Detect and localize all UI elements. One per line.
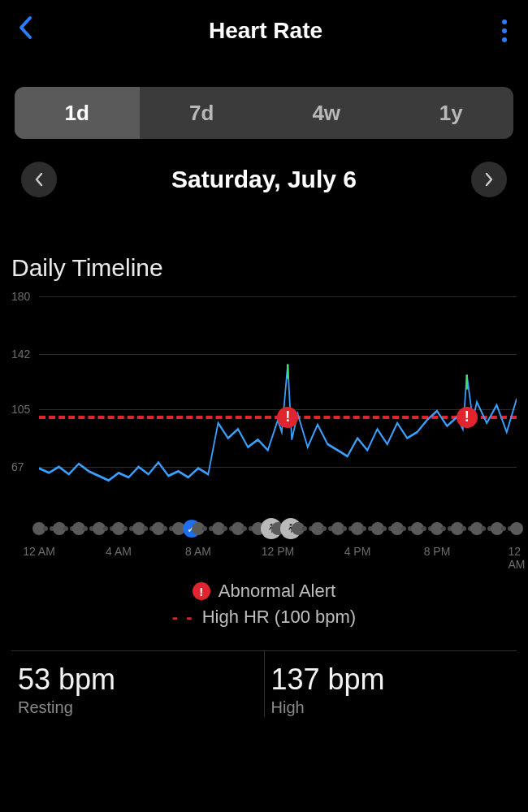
y-tick: 105 bbox=[11, 403, 30, 416]
date-navigator: Saturday, July 6 bbox=[21, 162, 507, 197]
sub-hour-marker bbox=[322, 526, 327, 531]
sub-hour-marker bbox=[43, 526, 48, 531]
x-axis-labels: 12 AM4 AM8 AM12 PM4 PM8 PM12 AM bbox=[39, 545, 517, 561]
sub-hour-marker bbox=[461, 526, 466, 531]
sub-hour-marker bbox=[63, 526, 68, 531]
y-tick: 180 bbox=[11, 290, 30, 303]
page-title: Heart Rate bbox=[209, 18, 322, 44]
abnormal-alert-icon: ! bbox=[457, 407, 478, 428]
tab-1d[interactable]: 1d bbox=[15, 87, 140, 139]
sub-hour-marker bbox=[103, 526, 108, 531]
abnormal-alert-icon: ! bbox=[277, 407, 298, 428]
x-tick: 4 PM bbox=[344, 545, 371, 558]
y-tick: 142 bbox=[11, 348, 30, 361]
sub-hour-marker bbox=[481, 526, 486, 531]
sub-hour-marker bbox=[143, 526, 148, 531]
resting-label: Resting bbox=[18, 698, 258, 717]
high-value: 137 bpm bbox=[271, 663, 511, 697]
x-tick: 4 AM bbox=[106, 545, 132, 558]
x-tick: 12 AM bbox=[509, 545, 526, 571]
alert-icon: ! bbox=[193, 582, 210, 600]
sub-hour-marker bbox=[242, 526, 247, 531]
sub-hour-marker bbox=[202, 526, 207, 531]
sub-hour-marker bbox=[162, 526, 167, 531]
tab-1y[interactable]: 1y bbox=[389, 87, 514, 139]
header: Heart Rate bbox=[0, 0, 528, 54]
more-menu-button[interactable] bbox=[499, 16, 510, 45]
x-tick: 8 PM bbox=[424, 545, 451, 558]
legend-abnormal-label: Abnormal Alert bbox=[219, 581, 335, 602]
next-day-button[interactable] bbox=[471, 162, 507, 197]
x-tick: 8 AM bbox=[185, 545, 211, 558]
back-button[interactable] bbox=[18, 15, 32, 46]
prev-day-button[interactable] bbox=[21, 162, 57, 197]
sub-hour-marker bbox=[501, 526, 506, 531]
hour-marker bbox=[510, 522, 523, 535]
high-label: High bbox=[271, 698, 511, 717]
time-range-tabs: 1d 7d 4w 1y bbox=[15, 87, 513, 139]
high-stat: 137 bpm High bbox=[264, 651, 517, 717]
sub-hour-marker bbox=[223, 526, 227, 531]
sub-hour-marker bbox=[302, 526, 307, 531]
chart-legend: ! Abnormal Alert - - High HR (100 bpm) bbox=[0, 581, 528, 628]
sub-hour-marker bbox=[382, 526, 387, 531]
sub-hour-marker bbox=[83, 526, 88, 531]
x-tick: 12 PM bbox=[262, 545, 294, 558]
sub-hour-marker bbox=[342, 526, 347, 531]
resting-value: 53 bpm bbox=[18, 663, 258, 697]
tab-7d[interactable]: 7d bbox=[140, 87, 265, 139]
tab-4w[interactable]: 4w bbox=[264, 87, 389, 139]
sub-hour-marker bbox=[361, 526, 366, 531]
sub-hour-marker bbox=[401, 526, 406, 531]
current-date: Saturday, July 6 bbox=[171, 166, 357, 193]
x-tick: 12 AM bbox=[23, 545, 55, 558]
sub-hour-marker bbox=[422, 526, 426, 531]
sub-hour-marker bbox=[441, 526, 446, 531]
sub-hour-marker bbox=[123, 526, 128, 531]
activity-marker-row: ✓ bbox=[39, 517, 517, 540]
legend-high-hr-label: High HR (100 bpm) bbox=[202, 607, 357, 628]
section-title: Daily Timeline bbox=[11, 254, 528, 282]
dashed-line-icon: - - bbox=[172, 607, 194, 628]
heart-rate-chart[interactable]: 18014210567!! bbox=[11, 296, 517, 508]
y-tick: 67 bbox=[11, 460, 24, 473]
summary-stats: 53 bpm Resting 137 bpm High bbox=[11, 650, 517, 717]
resting-stat: 53 bpm Resting bbox=[11, 651, 264, 717]
